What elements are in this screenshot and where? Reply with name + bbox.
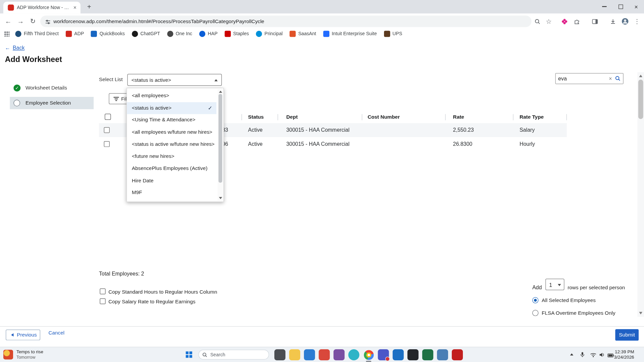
search-icon bbox=[202, 352, 207, 359]
window-maximize-button[interactable] bbox=[613, 0, 629, 13]
menu-scrollbar[interactable] bbox=[218, 89, 223, 201]
submit-button[interactable]: Submit bbox=[615, 329, 639, 341]
bookmark-item[interactable]: One Inc bbox=[167, 31, 192, 37]
rows-count-combobox[interactable]: 1 bbox=[545, 279, 564, 290]
employee-search-box: × bbox=[555, 73, 624, 84]
menu-item[interactable]: <status is active w/future new hires> bbox=[127, 138, 216, 150]
browser-reload-button[interactable]: ↻ bbox=[27, 13, 39, 28]
column-header-status[interactable]: Status bbox=[248, 111, 264, 123]
step-item-worksheet-details[interactable]: Worksheet Details bbox=[13, 84, 20, 92]
copy-salary-rate-checkbox[interactable] bbox=[100, 298, 106, 304]
menu-item[interactable]: <future new hires> bbox=[127, 150, 216, 163]
taskbar-app-calculator[interactable] bbox=[437, 349, 448, 360]
scroll-up-icon[interactable] bbox=[219, 91, 222, 93]
profile-avatar[interactable] bbox=[621, 17, 629, 25]
radio-flsa-overtime-only[interactable] bbox=[532, 310, 538, 316]
url-text: workforcenow.adp.com/theme/admin.html#/P… bbox=[53, 18, 264, 24]
select-all-checkbox[interactable] bbox=[105, 114, 111, 120]
tray-chevron-up-icon[interactable] bbox=[570, 353, 574, 355]
bookmark-star-icon[interactable]: ☆ bbox=[545, 17, 553, 25]
taskbar-app-file-explorer[interactable] bbox=[289, 349, 300, 360]
chevron-up-icon bbox=[214, 79, 218, 81]
download-icon[interactable] bbox=[609, 17, 617, 25]
scroll-thumb[interactable] bbox=[218, 94, 222, 182]
taskbar-app-purple-app[interactable] bbox=[333, 349, 344, 360]
employee-search-input[interactable] bbox=[558, 75, 603, 82]
search-icon[interactable] bbox=[615, 75, 621, 83]
weather-widget[interactable]: Temps to rise Tomorrow bbox=[3, 349, 43, 360]
browser-menu-kebab-icon[interactable]: ⋮ bbox=[633, 17, 641, 25]
taskbar-app-q-app[interactable] bbox=[408, 349, 419, 360]
site-settings-icon[interactable] bbox=[45, 19, 51, 26]
browser-forward-button[interactable]: → bbox=[15, 13, 26, 28]
previous-button[interactable]: Previous bbox=[6, 329, 40, 340]
taskbar-app-outlook[interactable] bbox=[393, 349, 404, 360]
browser-back-button[interactable]: ← bbox=[2, 13, 14, 28]
side-panel-icon[interactable] bbox=[591, 17, 599, 25]
extensions-puzzle-icon[interactable] bbox=[573, 17, 581, 25]
adp-extension-icon[interactable] bbox=[560, 17, 568, 25]
scroll-down-icon[interactable] bbox=[219, 197, 222, 199]
taskbar-search[interactable]: Search bbox=[198, 350, 269, 359]
window-minimize-button[interactable] bbox=[596, 0, 612, 13]
address-bar[interactable]: workforcenow.adp.com/theme/admin.html#/P… bbox=[40, 16, 531, 27]
volume-icon[interactable] bbox=[599, 352, 605, 359]
menu-item[interactable]: Hire Date bbox=[127, 175, 216, 187]
bookmark-item[interactable]: Principal bbox=[256, 31, 283, 37]
bookmark-item[interactable]: ChatGPT bbox=[132, 31, 160, 37]
bookmark-item[interactable]: UPS bbox=[384, 31, 402, 37]
column-header-rate[interactable]: Rate bbox=[453, 111, 464, 123]
bookmark-label: One Inc bbox=[176, 31, 192, 36]
menu-item-selected[interactable]: <status is active> bbox=[127, 102, 216, 114]
search-lens-icon[interactable] bbox=[533, 17, 541, 25]
taskbar-app-edge[interactable] bbox=[348, 349, 359, 360]
cancel-link[interactable]: Cancel bbox=[48, 330, 64, 336]
battery-icon[interactable] bbox=[607, 352, 614, 359]
new-tab-button[interactable]: + bbox=[85, 3, 93, 11]
bookmark-item[interactable]: HAP bbox=[199, 31, 218, 37]
taskbar-app-excel[interactable] bbox=[422, 349, 433, 360]
taskbar-app-teams[interactable] bbox=[378, 349, 389, 360]
row-checkbox[interactable] bbox=[104, 127, 110, 133]
taskbar-app-acrobat[interactable] bbox=[452, 349, 463, 360]
copy-standard-hours-checkbox[interactable] bbox=[100, 289, 106, 294]
bookmark-item[interactable]: ADP bbox=[66, 31, 84, 37]
menu-item[interactable]: <all employees> bbox=[127, 90, 216, 102]
taskbar-app-chrome[interactable] bbox=[363, 349, 374, 360]
back-link[interactable]: ← Back bbox=[5, 45, 25, 51]
start-button[interactable] bbox=[185, 351, 192, 358]
page-scrollbar[interactable] bbox=[637, 72, 644, 317]
microphone-icon[interactable] bbox=[580, 352, 585, 359]
scroll-up-icon[interactable] bbox=[639, 75, 642, 77]
row-checkbox[interactable] bbox=[104, 141, 110, 147]
bookmark-item[interactable]: Intuit Enterprise Suite bbox=[323, 31, 377, 37]
bookmark-item[interactable]: Staples bbox=[224, 31, 249, 37]
search-clear-icon[interactable]: × bbox=[609, 75, 612, 81]
scroll-thumb[interactable] bbox=[638, 80, 643, 119]
taskbar-app-task-view[interactable] bbox=[274, 349, 285, 360]
menu-item[interactable]: <all employees w/future new hires> bbox=[127, 126, 216, 138]
apps-grid-icon[interactable] bbox=[4, 31, 9, 36]
column-header-cost-number[interactable]: Cost Number bbox=[368, 111, 400, 123]
tab-close-icon[interactable]: × bbox=[72, 4, 78, 10]
column-header-rate-type[interactable]: Rate Type bbox=[520, 111, 544, 123]
menu-item[interactable]: AbsencePlus Employees (Active) bbox=[127, 163, 216, 175]
column-header-dept[interactable]: Dept bbox=[286, 111, 298, 123]
step-item-employee-selection[interactable]: Employee Selection bbox=[10, 97, 94, 109]
menu-item[interactable]: <Using Time & Attendance> bbox=[127, 114, 216, 126]
taskbar-clock[interactable]: 12:39 PM 3/24/2026 bbox=[614, 349, 634, 360]
browser-tab[interactable]: ADP Workforce Now - Manage × bbox=[3, 2, 80, 14]
taskbar-app-red-app[interactable] bbox=[319, 349, 330, 360]
page-title: Add Worksheet bbox=[5, 55, 62, 64]
taskbar-app-blue-app[interactable] bbox=[304, 349, 315, 360]
window-close-button[interactable]: × bbox=[628, 0, 644, 13]
bookmark-item[interactable]: Fifth Third Direct bbox=[15, 31, 59, 37]
rows-suffix-label: rows per selected person bbox=[568, 285, 625, 291]
select-list-combobox[interactable]: <status is active> bbox=[127, 74, 222, 86]
wifi-icon[interactable] bbox=[590, 352, 596, 359]
bookmark-item[interactable]: SaasAnt bbox=[289, 31, 316, 37]
scroll-down-icon[interactable] bbox=[639, 312, 642, 314]
radio-all-selected-employees[interactable] bbox=[532, 297, 538, 303]
menu-item[interactable]: M9F bbox=[127, 187, 216, 199]
bookmark-item[interactable]: QuickBooks bbox=[91, 31, 125, 37]
